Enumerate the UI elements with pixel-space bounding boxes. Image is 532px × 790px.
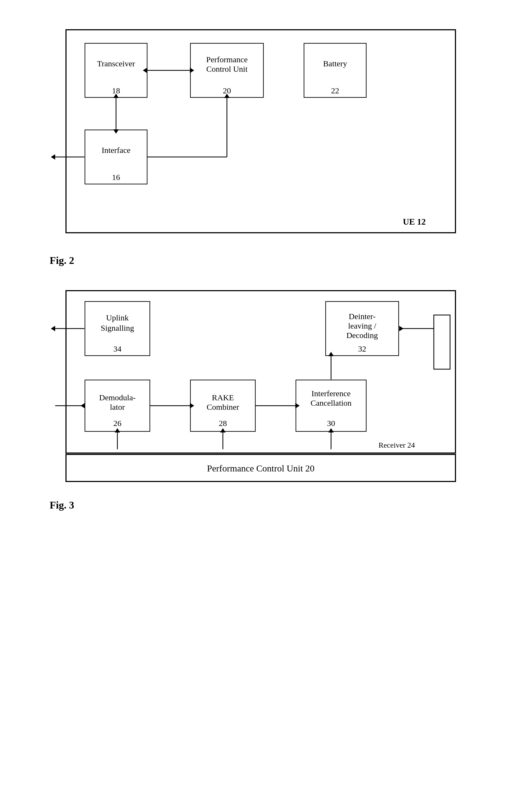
svg-text:Interface: Interface xyxy=(101,146,130,154)
svg-marker-32 xyxy=(51,326,55,331)
svg-text:Combiner: Combiner xyxy=(207,402,239,411)
svg-text:Interference: Interference xyxy=(311,389,350,398)
svg-text:Decoding: Decoding xyxy=(346,331,378,339)
fig3-diagram: Uplink Signalling 34 Deinter- leaving / … xyxy=(50,288,469,494)
svg-text:32: 32 xyxy=(358,344,366,353)
svg-text:lator: lator xyxy=(110,402,125,411)
svg-text:Control Unit: Control Unit xyxy=(206,65,247,73)
svg-rect-39 xyxy=(434,315,450,369)
svg-marker-40 xyxy=(399,326,403,331)
svg-text:22: 22 xyxy=(331,86,339,95)
svg-marker-60 xyxy=(328,352,334,356)
svg-marker-58 xyxy=(295,403,300,408)
svg-marker-13 xyxy=(143,68,147,73)
svg-marker-12 xyxy=(190,68,194,73)
svg-text:UE 12: UE 12 xyxy=(403,217,425,226)
svg-text:Performance: Performance xyxy=(206,55,247,64)
svg-marker-18 xyxy=(113,129,119,134)
svg-text:Transceiver: Transceiver xyxy=(97,59,135,68)
svg-text:Signalling: Signalling xyxy=(101,324,134,332)
svg-text:34: 34 xyxy=(113,344,121,353)
svg-text:Performance Control Unit 20: Performance Control Unit 20 xyxy=(207,463,315,473)
svg-text:Uplink: Uplink xyxy=(106,313,129,322)
svg-text:30: 30 xyxy=(327,419,335,428)
svg-text:16: 16 xyxy=(112,173,120,182)
svg-marker-64 xyxy=(220,428,226,433)
svg-text:Deinter-: Deinter- xyxy=(349,312,375,321)
svg-text:Battery: Battery xyxy=(323,59,347,68)
svg-marker-46 xyxy=(81,403,85,408)
fig3-container: Uplink Signalling 34 Deinter- leaving / … xyxy=(50,288,482,511)
svg-text:26: 26 xyxy=(113,419,121,428)
svg-text:leaving /: leaving / xyxy=(348,321,376,330)
svg-marker-52 xyxy=(190,403,194,408)
fig2-label: Fig. 2 xyxy=(50,254,482,266)
svg-text:28: 28 xyxy=(219,419,227,428)
svg-text:Receiver 24: Receiver 24 xyxy=(378,441,415,449)
svg-text:Demodula-: Demodula- xyxy=(99,393,135,402)
svg-marker-62 xyxy=(115,428,120,433)
svg-text:RAKE: RAKE xyxy=(212,393,234,402)
svg-marker-66 xyxy=(328,428,334,433)
svg-marker-21 xyxy=(51,154,55,160)
fig2-diagram: Transceiver 18 Performance Control Unit … xyxy=(50,27,469,249)
svg-text:Cancellation: Cancellation xyxy=(310,398,352,407)
fig2-container: Transceiver 18 Performance Control Unit … xyxy=(50,27,482,266)
fig3-label: Fig. 3 xyxy=(50,499,482,511)
